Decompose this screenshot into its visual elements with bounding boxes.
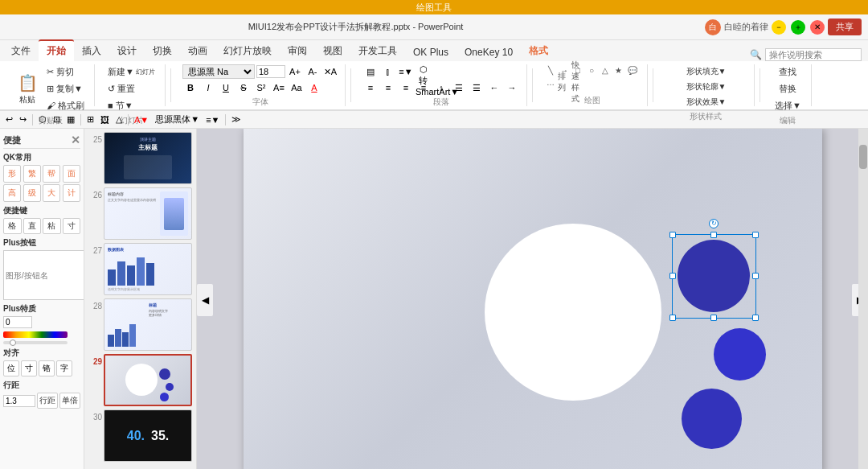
replace-button[interactable]: 替换 bbox=[776, 81, 800, 97]
vertical-scrollbar[interactable] bbox=[858, 129, 868, 469]
bold-button[interactable]: B bbox=[182, 80, 199, 95]
circle-blue-large[interactable] bbox=[678, 240, 750, 312]
tb-insert-table[interactable]: ⊞ bbox=[84, 113, 96, 125]
plus-name-input[interactable] bbox=[3, 250, 84, 300]
strikethrough-button[interactable]: S bbox=[235, 80, 252, 95]
tab-develop[interactable]: 开发工具 bbox=[350, 41, 405, 61]
tb-font-name[interactable]: 思源黑体▼ bbox=[153, 113, 202, 126]
align-left-btn[interactable]: 位 bbox=[3, 360, 19, 376]
reset-button[interactable]: ↺ 重置 bbox=[104, 81, 158, 97]
tab-transitions[interactable]: 切换 bbox=[145, 41, 180, 61]
tab-slideshow[interactable]: 幻灯片放映 bbox=[215, 41, 280, 61]
clear-format-button[interactable]: ✕A bbox=[322, 64, 338, 79]
columns-button[interactable]: ⫿ bbox=[380, 64, 396, 79]
tab-onekey[interactable]: OneKey 10 bbox=[457, 43, 521, 61]
spacing-row-btn[interactable]: 行距 bbox=[37, 393, 58, 409]
align-text-button[interactable]: ≡▼ bbox=[398, 64, 414, 79]
share-button[interactable]: 共享 bbox=[828, 19, 862, 35]
spacing-button[interactable]: A≡ bbox=[271, 80, 287, 95]
shadow-button[interactable]: S² bbox=[253, 80, 269, 95]
qk-icon-gao[interactable]: 高 bbox=[3, 184, 21, 202]
tab-file[interactable]: 文件 bbox=[3, 41, 39, 61]
tb-more[interactable]: ≫ bbox=[229, 113, 244, 125]
qk-icon-ji[interactable]: 级 bbox=[23, 184, 41, 202]
copy-button[interactable]: ⊞ 复制▼ bbox=[43, 81, 88, 97]
tool-zhi[interactable]: 直 bbox=[23, 218, 42, 234]
section-button[interactable]: ■ 节▼ bbox=[104, 98, 158, 113]
shape-line[interactable]: ╲ bbox=[544, 64, 557, 76]
indent-decrease-button[interactable]: ← bbox=[486, 80, 502, 95]
find-button[interactable]: 查找 bbox=[776, 64, 800, 80]
tb-format[interactable]: ⊡ bbox=[51, 113, 63, 125]
tab-okplus[interactable]: OK Plus bbox=[405, 43, 457, 61]
align-ge-btn[interactable]: 铬 bbox=[39, 360, 55, 376]
slider-thumb[interactable] bbox=[10, 339, 16, 346]
tab-animations[interactable]: 动画 bbox=[180, 41, 215, 61]
tab-review[interactable]: 审阅 bbox=[280, 41, 315, 61]
spacing-value-input[interactable] bbox=[3, 395, 35, 407]
slide-thumb-26[interactable]: 标题内容 正文文字内容在这里显示内容说明 bbox=[104, 187, 192, 240]
shape-fill-button[interactable]: 形状填充▼ bbox=[683, 64, 730, 79]
qk-icon-da[interactable]: 大 bbox=[43, 184, 60, 202]
tb-redo[interactable]: ↪ bbox=[17, 113, 29, 125]
align-size-btn[interactable]: 寸 bbox=[21, 360, 37, 376]
shape-more[interactable]: … bbox=[544, 76, 557, 88]
handle-middle-left[interactable] bbox=[669, 273, 676, 279]
tab-home[interactable]: 开始 bbox=[39, 39, 74, 61]
paste-button[interactable]: 📋 粘贴 bbox=[13, 72, 42, 107]
shape-quick-styles[interactable]: 快速样式 bbox=[571, 76, 584, 88]
tb-align[interactable]: ≡▼ bbox=[203, 114, 222, 125]
tab-view[interactable]: 视图 bbox=[315, 41, 350, 61]
tb-insert-image[interactable]: 🖼 bbox=[98, 114, 112, 125]
plus-value-input[interactable] bbox=[3, 316, 32, 328]
font-decrease-button[interactable]: A- bbox=[305, 64, 321, 79]
shape-effect-button[interactable]: 形状效果▼ bbox=[683, 95, 730, 109]
font-increase-button[interactable]: A+ bbox=[287, 64, 303, 79]
handle-bottom-center[interactable] bbox=[710, 315, 717, 321]
shape-outline-button[interactable]: 形状轮廓▼ bbox=[683, 80, 730, 94]
tb-layout[interactable]: ▦ bbox=[64, 113, 77, 125]
handle-bottom-left[interactable] bbox=[669, 315, 676, 321]
slide-thumb-25[interactable]: 演讲主题 主标题 bbox=[104, 132, 192, 184]
bullet-button[interactable]: ☰ bbox=[451, 80, 467, 95]
close-button[interactable]: ✕ bbox=[810, 20, 825, 35]
tool-ge[interactable]: 格 bbox=[3, 218, 22, 234]
line-spacing-button[interactable]: ↕ bbox=[433, 80, 449, 95]
tool-nian[interactable]: 粘 bbox=[43, 218, 61, 234]
shape-callout[interactable]: 💬 bbox=[626, 64, 639, 76]
slide-thumb-29[interactable] bbox=[104, 354, 192, 406]
align-zi-btn[interactable]: 字 bbox=[56, 360, 72, 376]
slide-thumb-28[interactable]: 标题 内容说明文字 更多详情 bbox=[104, 298, 192, 351]
slider-track[interactable] bbox=[3, 341, 68, 344]
shape-triangle[interactable]: △ bbox=[599, 64, 612, 76]
tb-undo[interactable]: ↩ bbox=[3, 113, 15, 125]
convert-smartart-button[interactable]: ⬡ 转SmartArt▼ bbox=[416, 64, 432, 79]
sidebar-close-button[interactable]: ✕ bbox=[71, 134, 80, 146]
case-button[interactable]: Aa bbox=[289, 80, 305, 95]
number-list-button[interactable]: ☰ bbox=[469, 80, 485, 95]
align-right-button[interactable]: ≡ bbox=[398, 80, 414, 95]
minimize-button[interactable]: － bbox=[772, 20, 786, 35]
italic-button[interactable]: I bbox=[200, 80, 216, 95]
align-center-button[interactable]: ≡ bbox=[380, 80, 396, 95]
qk-icon-ji2[interactable]: 计 bbox=[63, 184, 80, 202]
tb-new-slide[interactable]: ⬡ bbox=[36, 113, 49, 125]
handle-top-right[interactable] bbox=[752, 232, 759, 238]
underline-button[interactable]: U bbox=[218, 80, 234, 95]
tb-text-color[interactable]: A▼ bbox=[132, 114, 151, 125]
spacing-single-btn[interactable]: 单倍 bbox=[59, 393, 80, 409]
shape-circle[interactable]: ○ bbox=[585, 64, 598, 76]
align-left-button[interactable]: ≡ bbox=[362, 80, 379, 95]
tab-format[interactable]: 格式 bbox=[521, 41, 556, 61]
justify-button[interactable]: ≡ bbox=[416, 80, 432, 95]
slide-thumb-27[interactable]: 数据图表 说明文字内容展示区域 bbox=[104, 243, 192, 295]
indent-increase-button[interactable]: → bbox=[504, 80, 520, 95]
format-painter-button[interactable]: 🖌 格式刷 bbox=[43, 98, 88, 113]
qk-icon-fan[interactable]: 繁 bbox=[23, 165, 41, 183]
new-slide-button[interactable]: 新建▼幻灯片 bbox=[104, 64, 158, 80]
qk-icon-bang[interactable]: 帮 bbox=[43, 165, 60, 183]
qk-icon-xing[interactable]: 形 bbox=[3, 165, 21, 183]
shape-arrange[interactable]: 排列 bbox=[558, 76, 571, 88]
tb-insert-shape[interactable]: △ bbox=[113, 113, 125, 125]
handle-middle-right[interactable] bbox=[752, 273, 759, 279]
